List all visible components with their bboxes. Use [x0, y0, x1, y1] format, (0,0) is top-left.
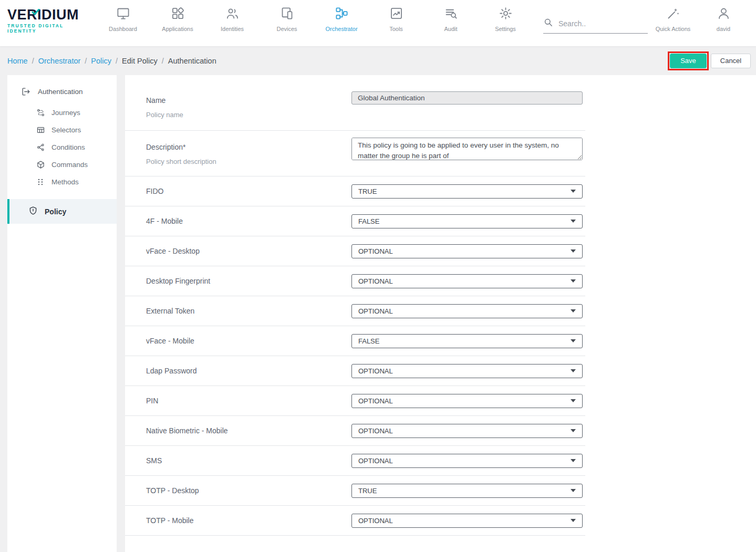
fido-dropdown[interactable]: TRUE [351, 184, 583, 199]
magic-wand-icon [666, 13, 680, 22]
page-actions: Save Cancel [670, 54, 751, 68]
search-icon [543, 17, 553, 29]
totp-mobile-dropdown[interactable]: OPTIONAL [351, 514, 583, 528]
form-row-totp-mobile: TOTP - Mobile OPTIONAL [125, 506, 585, 536]
breadcrumb-edit-policy: Edit Policy [122, 57, 158, 65]
sidebar-item-journeys[interactable]: Journeys [7, 104, 117, 121]
dropdown-value: OPTIONAL [358, 277, 393, 285]
dropdown-value: OPTIONAL [358, 457, 393, 465]
field-label: TOTP - Desktop [146, 486, 351, 495]
dropdown-value: OPTIONAL [358, 397, 393, 405]
nav-item-audit[interactable]: Audit [423, 0, 478, 32]
form-row-sms: SMS OPTIONAL [125, 446, 585, 476]
form-row-desktop-fingerprint: Desktop Fingerprint OPTIONAL [125, 266, 585, 296]
vface-desktop-dropdown[interactable]: OPTIONAL [351, 244, 583, 258]
sidebar-item-label: Conditions [51, 143, 85, 151]
nav-item-label: Devices [260, 26, 314, 32]
nav-item-label: Orchestrator [314, 26, 369, 32]
header-right: Quick Actions david [648, 0, 749, 32]
sidebar-item-label: Selectors [51, 126, 81, 134]
nav-item-dashboard[interactable]: Dashboard [96, 0, 150, 32]
sidebar-item-methods[interactable]: Methods [7, 173, 117, 191]
breadcrumb-orchestrator[interactable]: Orchestrator [38, 57, 81, 65]
breadcrumb-separator: / [116, 57, 118, 65]
chevron-down-icon [571, 279, 576, 283]
nav-item-label: Applications [150, 26, 205, 32]
sms-dropdown[interactable]: OPTIONAL [351, 454, 583, 468]
sidebar-item-policy[interactable]: Policy [7, 199, 117, 224]
save-button[interactable]: Save [670, 54, 707, 68]
field-label: Description* [146, 143, 351, 151]
policy-name-input[interactable] [351, 91, 583, 105]
nav-item-label: Settings [478, 26, 533, 32]
dropdown-value: OPTIONAL [358, 367, 393, 375]
sidebar-item-selectors[interactable]: Selectors [7, 121, 117, 139]
breadcrumb-policy[interactable]: Policy [91, 57, 111, 65]
sidebar-item-authentication[interactable]: Authentication [7, 80, 117, 104]
nav-item-identities[interactable]: Identities [205, 0, 260, 32]
chevron-down-icon [571, 220, 576, 223]
sidebar: Authentication Journeys Selectors Condit… [7, 75, 117, 552]
form-row-ldap-password: Ldap Password OPTIONAL [125, 356, 585, 386]
search-input[interactable] [558, 19, 648, 28]
dropdown-value: OPTIONAL [358, 517, 393, 525]
nav-item-applications[interactable]: Applications [150, 0, 205, 32]
cube-icon [36, 160, 45, 169]
vface-mobile-dropdown[interactable]: FALSE [351, 334, 583, 348]
breadcrumb-separator: / [162, 57, 164, 65]
nav-item-label: Identities [205, 26, 260, 32]
sidebar-item-label: Journeys [51, 109, 80, 117]
desktop-fingerprint-dropdown[interactable]: OPTIONAL [351, 274, 583, 288]
tools-chart-icon [389, 13, 403, 22]
dropdown-value: FALSE [358, 217, 379, 225]
top-nav-bar: VERIDIUM TRUSTED DIGITAL IDENTITY Dashbo… [0, 0, 756, 46]
route-icon [36, 108, 45, 117]
logo[interactable]: VERIDIUM TRUSTED DIGITAL IDENTITY [7, 0, 90, 34]
monitor-icon [116, 13, 130, 22]
nav-item-orchestrator[interactable]: Orchestrator [314, 0, 369, 32]
sidebar-item-label: Commands [51, 161, 88, 169]
logo-subtitle: TRUSTED DIGITAL IDENTITY [7, 23, 90, 34]
sidebar-item-conditions[interactable]: Conditions [7, 139, 117, 156]
chevron-down-icon [571, 519, 576, 522]
sidebar-item-label: Authentication [38, 88, 83, 96]
breadcrumb: Home / Orchestrator / Policy / Edit Poli… [7, 57, 216, 65]
cancel-button[interactable]: Cancel [711, 54, 751, 68]
pin-dropdown[interactable]: OPTIONAL [351, 394, 583, 408]
workflow-icon [335, 13, 349, 22]
form-row-external-token: External Token OPTIONAL [125, 296, 585, 326]
field-sublabel: Policy name [146, 111, 351, 119]
form-row-fido: FIDO TRUE [125, 176, 585, 206]
quick-actions-button[interactable]: Quick Actions [648, 0, 698, 32]
totp-desktop-dropdown[interactable]: TRUE [351, 484, 583, 498]
nav-item-devices[interactable]: Devices [260, 0, 314, 32]
field-sublabel: Policy short description [146, 158, 351, 165]
field-label: vFace - Mobile [146, 337, 351, 345]
sidebar-item-commands[interactable]: Commands [7, 156, 117, 173]
field-label: Name [146, 96, 351, 105]
policy-description-textarea[interactable]: This policy is going to be applied to ev… [351, 138, 583, 160]
dropdown-value: TRUE [358, 188, 377, 195]
policy-form: Name Policy name Description* Policy sho… [125, 75, 585, 536]
dropdown-value: OPTIONAL [358, 427, 393, 435]
sidebar-item-label: Policy [45, 207, 66, 216]
dropdown-value: OPTIONAL [358, 247, 393, 255]
external-token-dropdown[interactable]: OPTIONAL [351, 304, 583, 318]
4f-mobile-dropdown[interactable]: FALSE [351, 214, 583, 228]
dropdown-value: OPTIONAL [358, 307, 393, 315]
field-label: Ldap Password [146, 367, 351, 375]
native-biometric-mobile-dropdown[interactable]: OPTIONAL [351, 424, 583, 438]
quick-actions-label: Quick Actions [648, 26, 698, 32]
nav-item-tools[interactable]: Tools [369, 0, 423, 32]
nav-item-settings[interactable]: Settings [478, 0, 533, 32]
field-label: 4F - Mobile [146, 217, 351, 225]
login-icon [21, 87, 31, 97]
user-menu[interactable]: david [698, 0, 749, 32]
field-label: vFace - Desktop [146, 247, 351, 255]
form-row-totp-desktop: TOTP - Desktop TRUE [125, 476, 585, 506]
dropdown-value: TRUE [358, 487, 377, 495]
breadcrumb-home[interactable]: Home [7, 57, 28, 65]
shield-icon [28, 206, 38, 217]
chevron-down-icon [571, 249, 576, 253]
ldap-password-dropdown[interactable]: OPTIONAL [351, 364, 583, 378]
